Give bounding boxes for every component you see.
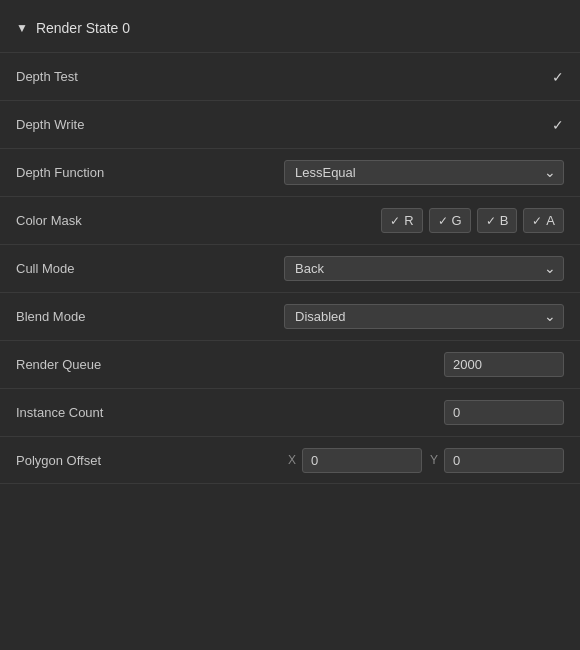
depth-test-checkmark[interactable]: ✓ <box>552 69 564 85</box>
render-queue-label: Render Queue <box>16 357 216 372</box>
render-queue-content <box>216 352 564 377</box>
cull-mode-select[interactable]: Back Front None <box>284 256 564 281</box>
instance-count-content <box>216 400 564 425</box>
color-mask-channels: ✓ R ✓ G ✓ B ✓ A <box>381 208 564 233</box>
color-mask-r-label: R <box>404 213 413 228</box>
depth-test-label: Depth Test <box>16 69 216 84</box>
instance-count-label: Instance Count <box>16 405 216 420</box>
cull-mode-row: Cull Mode Back Front None <box>0 244 580 292</box>
color-mask-a-check: ✓ <box>532 214 542 228</box>
depth-test-row: Depth Test ✓ <box>0 52 580 100</box>
instance-count-input[interactable] <box>444 400 564 425</box>
color-mask-a-label: A <box>546 213 555 228</box>
polygon-offset-content: X Y <box>216 448 564 473</box>
blend-mode-dropdown-wrapper: Disabled Alpha Additive Multiply <box>284 304 564 329</box>
blend-mode-row: Blend Mode Disabled Alpha Additive Multi… <box>0 292 580 340</box>
render-state-panel: ▼ Render State 0 Depth Test ✓ Depth Writ… <box>0 0 580 496</box>
depth-write-checkmark[interactable]: ✓ <box>552 117 564 133</box>
color-mask-g-check: ✓ <box>438 214 448 228</box>
render-queue-input[interactable] <box>444 352 564 377</box>
render-queue-row: Render Queue <box>0 340 580 388</box>
color-mask-label: Color Mask <box>16 213 216 228</box>
polygon-offset-inputs: X Y <box>288 448 564 473</box>
depth-test-content: ✓ <box>216 69 564 85</box>
depth-function-row: Depth Function LessEqual Less Greater Gr… <box>0 148 580 196</box>
cull-mode-content: Back Front None <box>216 256 564 281</box>
blend-mode-select[interactable]: Disabled Alpha Additive Multiply <box>284 304 564 329</box>
depth-function-label: Depth Function <box>16 165 216 180</box>
cull-mode-dropdown-wrapper: Back Front None <box>284 256 564 281</box>
polygon-offset-y-input[interactable] <box>444 448 564 473</box>
blend-mode-content: Disabled Alpha Additive Multiply <box>216 304 564 329</box>
color-mask-b-label: B <box>500 213 509 228</box>
polygon-offset-y-label: Y <box>430 453 438 467</box>
polygon-offset-x-group: X <box>288 448 422 473</box>
color-mask-a[interactable]: ✓ A <box>523 208 564 233</box>
depth-write-row: Depth Write ✓ <box>0 100 580 148</box>
chevron-icon[interactable]: ▼ <box>16 21 28 35</box>
depth-write-label: Depth Write <box>16 117 216 132</box>
polygon-offset-label: Polygon Offset <box>16 453 216 468</box>
color-mask-g[interactable]: ✓ G <box>429 208 471 233</box>
instance-count-row: Instance Count <box>0 388 580 436</box>
panel-title: Render State 0 <box>36 20 130 36</box>
blend-mode-label: Blend Mode <box>16 309 216 324</box>
color-mask-content: ✓ R ✓ G ✓ B ✓ A <box>216 208 564 233</box>
color-mask-r-check: ✓ <box>390 214 400 228</box>
color-mask-b[interactable]: ✓ B <box>477 208 518 233</box>
depth-function-dropdown-wrapper: LessEqual Less Greater GreaterEqual Equa… <box>284 160 564 185</box>
polygon-offset-y-group: Y <box>430 448 564 473</box>
polygon-offset-x-input[interactable] <box>302 448 422 473</box>
color-mask-r[interactable]: ✓ R <box>381 208 422 233</box>
color-mask-b-check: ✓ <box>486 214 496 228</box>
color-mask-row: Color Mask ✓ R ✓ G ✓ B ✓ A <box>0 196 580 244</box>
panel-header: ▼ Render State 0 <box>0 12 580 52</box>
polygon-offset-row: Polygon Offset X Y <box>0 436 580 484</box>
polygon-offset-x-label: X <box>288 453 296 467</box>
depth-function-select[interactable]: LessEqual Less Greater GreaterEqual Equa… <box>284 160 564 185</box>
cull-mode-label: Cull Mode <box>16 261 216 276</box>
color-mask-g-label: G <box>452 213 462 228</box>
depth-function-content: LessEqual Less Greater GreaterEqual Equa… <box>216 160 564 185</box>
depth-write-content: ✓ <box>216 117 564 133</box>
